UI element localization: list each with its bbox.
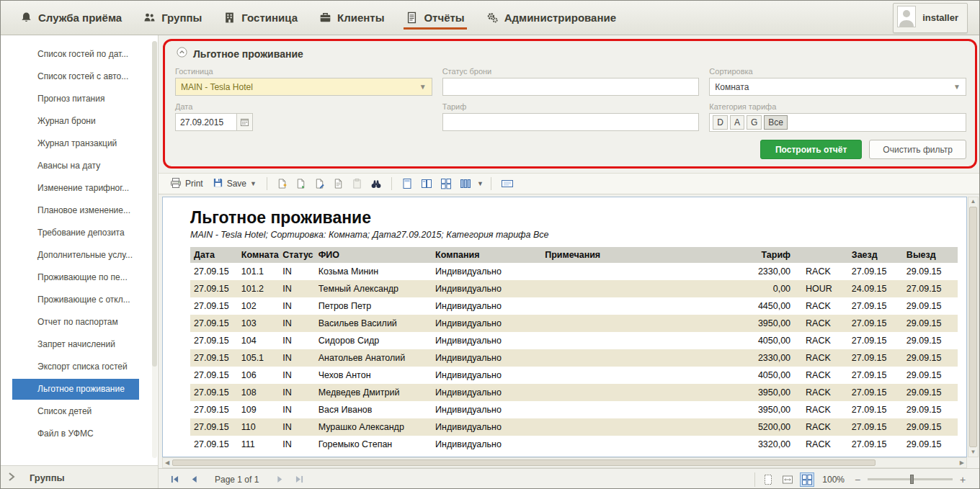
calendar-icon[interactable]: [237, 113, 253, 131]
printer-icon: [170, 177, 182, 191]
sidebar-item[interactable]: Отчет по паспортам: [12, 312, 139, 333]
view-mode-caret-icon[interactable]: ▼: [477, 180, 484, 187]
sidebar-item[interactable]: Прогноз питания: [12, 89, 139, 109]
last-page-button[interactable]: [290, 472, 308, 487]
pager: Page 1 of 1: [159, 472, 308, 487]
sidebar-item[interactable]: Плановое изменение...: [12, 200, 139, 221]
multi-page-view-icon[interactable]: [800, 472, 814, 487]
sidebar-item[interactable]: Список детей: [12, 401, 139, 422]
tariff-category-button[interactable]: Все: [764, 115, 788, 130]
zoom-slider-thumb[interactable]: [910, 475, 914, 484]
column-header: Заезд: [848, 247, 903, 263]
view-single-page-icon[interactable]: [399, 177, 415, 190]
next-page-button[interactable]: [271, 472, 288, 487]
booking-status-input[interactable]: [442, 78, 700, 96]
collapse-panel-icon[interactable]: [177, 47, 187, 60]
tariff-category-button[interactable]: G: [747, 115, 762, 130]
scroll-down-icon[interactable]: ▼: [971, 449, 976, 455]
report-cell: 29.09.15: [903, 263, 958, 280]
vertical-scroll-thumb[interactable]: [969, 207, 977, 447]
sidebar-item[interactable]: Список гостей с авто...: [12, 66, 139, 87]
paste-icon[interactable]: [349, 177, 365, 190]
zoom-in-button[interactable]: +: [958, 474, 968, 485]
user-menu[interactable]: installer: [893, 3, 968, 33]
scroll-right-icon[interactable]: ▶: [960, 460, 964, 466]
report-cell: 4050,00: [716, 367, 802, 384]
document-icon[interactable]: [331, 177, 346, 190]
horizontal-scroll-thumb[interactable]: [172, 459, 876, 466]
fit-page-icon[interactable]: [761, 472, 775, 487]
new-document-icon[interactable]: [275, 177, 290, 190]
sidebar-group-header[interactable]: Группы: [1, 465, 158, 489]
view-continuous-icon[interactable]: [499, 177, 516, 190]
sidebar-item[interactable]: Дополнительные услу...: [12, 245, 139, 266]
report-cell: RACK: [802, 263, 848, 280]
report-cell: 2330,00: [716, 349, 802, 367]
hotel-select[interactable]: MAIN - Tesla Hotel ▼: [175, 78, 432, 96]
report-cell: HOUR: [802, 280, 848, 297]
build-report-button[interactable]: Построить отчёт: [760, 140, 862, 159]
nav-tab-report[interactable]: Отчёты: [395, 1, 475, 35]
nav-tab-gears[interactable]: Администрирование: [476, 1, 627, 35]
nav-tab-briefcase[interactable]: Клиенты: [308, 1, 395, 35]
clear-filter-button[interactable]: Очистить фильтр: [869, 140, 966, 159]
print-button[interactable]: Print: [167, 176, 206, 192]
report-list: Список гостей по дат...Список гостей с а…: [1, 35, 158, 465]
page-indicator: Page 1 of 1: [215, 475, 259, 485]
report-cell: IN: [279, 349, 314, 367]
chevron-right-icon: [8, 472, 15, 483]
sidebar-item[interactable]: Требование депозита: [12, 223, 139, 243]
edit-document-icon[interactable]: [312, 177, 327, 190]
report-cell: IN: [279, 297, 314, 315]
report-cell: 27.09.15: [190, 280, 238, 297]
search-icon[interactable]: [368, 177, 384, 190]
view-columns-icon[interactable]: [458, 177, 473, 190]
save-button[interactable]: Save ▼: [210, 176, 259, 192]
tariff-category-button[interactable]: D: [713, 115, 728, 130]
sidebar-item[interactable]: Запрет начислений: [12, 334, 139, 355]
sidebar-item[interactable]: Журнал брони: [12, 111, 139, 132]
first-page-button[interactable]: [166, 472, 183, 487]
nav-tab-building[interactable]: Гостиница: [213, 1, 308, 35]
view-grid-icon[interactable]: [438, 177, 454, 190]
report-row: 27.09.15104INСидоров СидрИндивидуально40…: [190, 332, 958, 349]
sidebar-item[interactable]: Журнал транзакций: [12, 133, 139, 154]
tariff-input[interactable]: [442, 113, 700, 131]
tariff-category-button[interactable]: A: [730, 115, 744, 130]
sidebar-item[interactable]: Экспорт списка гостей: [12, 356, 139, 377]
sidebar-item[interactable]: Авансы на дату: [12, 156, 139, 176]
vertical-scrollbar[interactable]: ▲ ▼: [968, 197, 979, 457]
report-cell: IN: [279, 280, 314, 297]
toolbar-separator: [491, 177, 491, 190]
report-row: 27.09.15111INГоремыко СтепанИндивидуальн…: [190, 436, 958, 453]
sidebar-item[interactable]: Льготное проживание: [12, 379, 139, 400]
report-cell: RACK: [802, 315, 848, 332]
report-cell: Горемыко Степан: [315, 436, 432, 453]
sorting-select[interactable]: Комната ▼: [709, 78, 966, 96]
sidebar-scrollbar[interactable]: [152, 41, 157, 458]
open-document-icon[interactable]: [293, 177, 308, 190]
date-input[interactable]: [175, 113, 237, 131]
sidebar-item[interactable]: Список гостей по дат...: [12, 44, 139, 65]
nav-tab-bell[interactable]: Служба приёма: [9, 1, 133, 35]
save-dropdown-caret-icon[interactable]: ▼: [250, 180, 257, 187]
report-cell: 27.09.15: [190, 436, 238, 453]
sidebar-item[interactable]: Файл в УФМС: [12, 423, 139, 444]
fit-width-icon[interactable]: [780, 472, 795, 487]
tariff-field-label: Тариф: [442, 102, 700, 111]
zoom-slider[interactable]: [868, 478, 953, 480]
sidebar-item[interactable]: Проживающие по пе...: [12, 267, 139, 288]
report-cell: IN: [279, 263, 314, 280]
report-cell: IN: [279, 436, 314, 453]
scroll-left-icon[interactable]: ◀: [165, 460, 169, 466]
sidebar-item[interactable]: Проживающие с откл...: [12, 290, 139, 310]
toolbar-separator: [267, 177, 267, 190]
nav-tab-users[interactable]: Группы: [133, 1, 213, 35]
view-facing-pages-icon[interactable]: [419, 177, 435, 190]
horizontal-scrollbar[interactable]: ◀ ▶: [162, 457, 967, 468]
scroll-up-icon[interactable]: ▲: [971, 199, 976, 205]
sidebar-item[interactable]: Изменение тарифног...: [12, 178, 139, 199]
zoom-out-button[interactable]: −: [852, 474, 863, 485]
previous-page-button[interactable]: [185, 472, 202, 487]
report-cell: RACK: [802, 297, 848, 315]
